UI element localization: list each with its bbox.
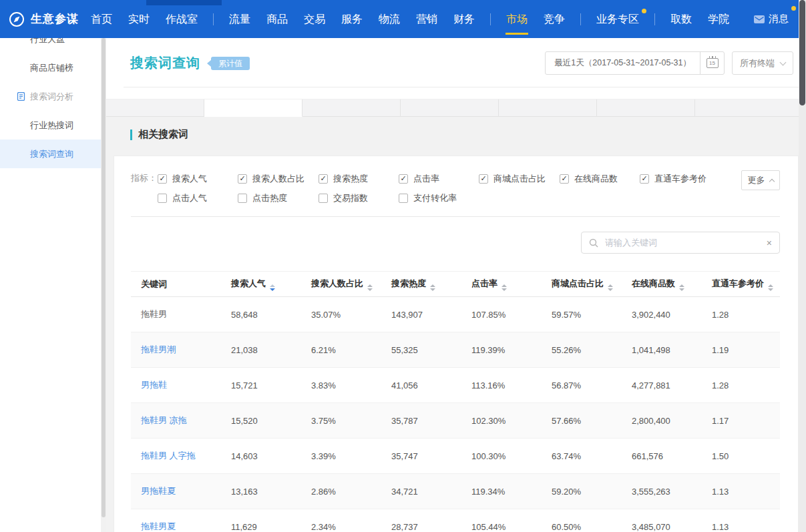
calendar-button[interactable]: 15: [700, 52, 724, 74]
notification-dot: [642, 9, 646, 13]
checkbox-icon[interactable]: [399, 194, 408, 203]
nav-item-academy[interactable]: 学院: [700, 0, 737, 38]
page-scrollbar-thumb[interactable]: [799, 0, 805, 105]
checkbox-pay-conversion[interactable]: 支付转化率: [399, 192, 479, 204]
checkbox-icon[interactable]: [399, 174, 408, 184]
document-icon: [17, 92, 25, 101]
tab-4[interactable]: [401, 99, 499, 117]
col-ztc-price[interactable]: 直通车参考价: [712, 272, 780, 297]
sort-arrows-icon[interactable]: [430, 284, 435, 291]
checkbox-searcher-share[interactable]: 搜索人数占比: [238, 173, 319, 185]
search-input[interactable]: [604, 237, 761, 248]
nav-item-traffic[interactable]: 流量: [221, 0, 258, 38]
keyword-link[interactable]: 拖鞋男 人字拖: [141, 451, 196, 461]
main-panel: 搜索词查询 累计值 最近1天（2017-05-31~2017-05-31） 15…: [106, 38, 799, 532]
nav-item-realtime[interactable]: 实时: [120, 0, 158, 38]
keyword-link[interactable]: 男拖鞋夏: [141, 486, 176, 496]
sidebar-item-industry-overview[interactable]: 行业大盘: [0, 38, 101, 53]
section-header: 相关搜索词: [106, 117, 799, 141]
nav-item-goods[interactable]: 商品: [258, 0, 296, 38]
nav-item-competition[interactable]: 竞争: [536, 0, 573, 38]
checkbox-search-heat[interactable]: 搜索热度: [319, 173, 399, 185]
checkbox-icon[interactable]: [238, 194, 247, 203]
keyword-link[interactable]: 男拖鞋: [141, 380, 167, 390]
checkbox-mall-click-share[interactable]: 商城点击占比: [479, 173, 560, 185]
date-range-picker[interactable]: 最近1天（2017-05-31~2017-05-31） 15: [545, 51, 725, 75]
nav-item-trade[interactable]: 交易: [296, 0, 333, 38]
sidebar-item-industry-hot-words[interactable]: 行业热搜词: [0, 111, 101, 140]
keyword-link[interactable]: 拖鞋男夏: [141, 521, 176, 531]
clear-icon[interactable]: ×: [767, 238, 772, 248]
checkbox-click-popularity[interactable]: 点击人气: [158, 192, 238, 204]
tab-2-active[interactable]: [204, 99, 303, 117]
nav-item-warroom[interactable]: 作战室: [158, 0, 206, 38]
brand-label: 生意参谋: [31, 11, 79, 27]
page-scrollbar[interactable]: [799, 0, 806, 532]
col-mall-click-share[interactable]: 商城点击占比: [552, 272, 632, 297]
compass-icon: [9, 11, 25, 27]
checkbox-ctr[interactable]: 点击率: [399, 173, 479, 185]
checkbox-ztc-price[interactable]: 直通车参考价: [640, 173, 727, 185]
tab-3[interactable]: [303, 99, 401, 117]
keyword-link[interactable]: 拖鞋男潮: [141, 344, 176, 354]
nav-divider: [213, 13, 214, 25]
checkbox-icon[interactable]: [560, 174, 569, 184]
nav-item-logistics[interactable]: 物流: [371, 0, 408, 38]
table-row: 男拖鞋夏 13,163 2.86% 34,721 119.34% 59.20% …: [131, 474, 780, 509]
sort-arrows-icon[interactable]: [501, 284, 507, 291]
sidebar-item-search-word-query[interactable]: 搜索词查询: [0, 140, 101, 168]
tab-7[interactable]: [695, 99, 799, 117]
checkbox-search-popularity[interactable]: 搜索人气: [158, 173, 238, 185]
table-row: 拖鞋男 凉拖 15,520 3.75% 35,787 102.30% 57.66…: [131, 403, 780, 439]
checkbox-icon[interactable]: [319, 174, 328, 184]
checkbox-click-heat[interactable]: 点击热度: [238, 192, 319, 204]
title-band: 搜索词查询 累计值 最近1天（2017-05-31~2017-05-31） 15…: [106, 38, 799, 99]
checkbox-icon[interactable]: [158, 194, 167, 203]
tab-1[interactable]: [106, 99, 204, 117]
checkbox-trade-index[interactable]: 交易指数: [319, 192, 399, 204]
notification-dot: [791, 6, 796, 11]
keyword-search: ×: [581, 232, 780, 254]
sidebar: 行业大盘 商品店铺榜 搜索词分析 行业热搜词 搜索词查询: [0, 38, 101, 532]
tab-5[interactable]: [499, 99, 597, 117]
nav-item-service[interactable]: 服务: [333, 0, 371, 38]
content-area: 相关搜索词 指标： 搜索人气 搜索人数占比 搜索热度 点击率 商城点击占比 在线…: [106, 117, 799, 532]
nav-item-home[interactable]: 首页: [83, 0, 120, 38]
nav-item-bizzone[interactable]: 业务专区: [588, 0, 647, 38]
sort-arrows-icon[interactable]: [768, 284, 773, 291]
section-title: 相关搜索词: [138, 128, 188, 141]
nav-item-data[interactable]: 取数: [662, 0, 700, 38]
sidebar-item-shop-ranking[interactable]: 商品店铺榜: [0, 53, 101, 82]
nav-divider: [654, 13, 655, 25]
checkbox-icon[interactable]: [158, 174, 167, 184]
nav-item-market-active[interactable]: 市场: [498, 0, 536, 38]
sort-arrows-icon[interactable]: [679, 284, 684, 291]
sort-arrows-icon[interactable]: [367, 284, 373, 291]
col-search-popularity[interactable]: 搜索人气: [231, 272, 311, 297]
sidebar-scrollbar[interactable]: [101, 38, 106, 532]
cumulative-badge: 累计值: [211, 57, 250, 70]
checkbox-icon[interactable]: [319, 194, 328, 203]
messages-button[interactable]: 消息: [751, 13, 791, 25]
nav-menu: 首页 实时 作战室 流量 商品 交易 服务 物流 营销 财务 市场 竞争 业务专…: [83, 0, 737, 38]
sort-arrows-icon[interactable]: [608, 284, 613, 291]
col-online-products[interactable]: 在线商品数: [632, 272, 712, 297]
keyword-link[interactable]: 拖鞋男 凉拖: [141, 415, 187, 425]
checkbox-icon[interactable]: [238, 174, 247, 184]
checkbox-icon[interactable]: [640, 174, 649, 184]
col-search-heat[interactable]: 搜索热度: [391, 272, 471, 297]
magnifier-icon: [589, 238, 598, 248]
terminal-select[interactable]: 所有终端: [732, 51, 793, 75]
checkbox-online-products[interactable]: 在线商品数: [560, 173, 640, 185]
more-button[interactable]: 更多: [741, 170, 780, 190]
col-searcher-share[interactable]: 搜索人数占比: [311, 272, 391, 297]
tab-6[interactable]: [597, 99, 695, 117]
date-range-label: 最近1天（2017-05-31~2017-05-31）: [546, 52, 700, 74]
brand[interactable]: 生意参谋: [0, 11, 79, 27]
nav-item-finance[interactable]: 财务: [445, 0, 483, 38]
nav-item-marketing[interactable]: 营销: [408, 0, 445, 38]
col-ctr[interactable]: 点击率: [471, 272, 552, 297]
sort-arrows-icon[interactable]: [270, 284, 275, 291]
checkbox-icon[interactable]: [479, 174, 488, 184]
sidebar-scrollbar-thumb[interactable]: [102, 38, 106, 517]
